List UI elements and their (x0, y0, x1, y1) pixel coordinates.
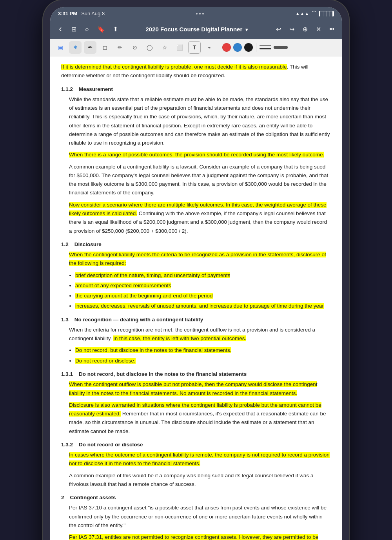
battery-icon: ████ (319, 11, 334, 16)
link-tool-icon[interactable]: ⌁ (203, 41, 216, 54)
ias-highlighted-text: Per IAS 37.31, entities are not permitte… (69, 534, 318, 540)
line-thick-btn[interactable] (274, 46, 288, 49)
toolbar-divider-2 (256, 43, 256, 52)
status-date: Sun Aug 8 (81, 11, 105, 16)
no-recognition-body: When the criteria for recognition are no… (69, 326, 331, 343)
status-bar-center (196, 13, 204, 14)
no-rec-bullet-1: Do not record, but disclose in the notes… (75, 346, 331, 355)
section-1.3.2-number: 1.3.2 (61, 442, 73, 448)
ias-highlighted: Per IAS 37.31, entities are not permitte… (69, 533, 331, 540)
shapes-tool-icon[interactable]: ◯ (143, 41, 156, 54)
signal-icon: ▲▲▲ (295, 11, 309, 16)
section-2-heading: 2 Contingent assets (61, 493, 331, 502)
section-1.3.1-number: 1.3.1 (61, 371, 73, 377)
disclosure-bullet-3-text: the carrying amount at the beginning and… (75, 293, 213, 299)
range-highlighted: When there is a range of possible outcom… (69, 150, 331, 159)
text-tool-icon[interactable]: T (188, 41, 201, 54)
section-1.3.2-title: Do not record or disclose (79, 442, 143, 448)
image-tool-icon[interactable]: ⬜ (173, 41, 186, 54)
status-bar: 3:31 PM Sun Aug 8 ▲▲▲ ⌒ ████ (50, 7, 342, 19)
multiple-outcomes: Now consider a scenario where there are … (69, 201, 331, 236)
disclosure-intro-highlighted: When the contingent liability meets the … (69, 252, 326, 266)
sidebar-toggle-icon[interactable]: ▣ (54, 41, 67, 54)
bluetooth-icon[interactable]: ✱ (69, 41, 82, 54)
section-1.3.1-heading: 1.3.1 Do not record, but disclose in the… (61, 370, 331, 379)
star-tool-icon[interactable]: ☆ (158, 41, 171, 54)
section-2-title: Contingent assets (70, 495, 116, 500)
section-1.2-title: Disclosure (74, 241, 102, 247)
toolbar: ▣ ✱ ✒ ◻ ✏ ⊙ ◯ ☆ ⬜ T ⌁ (50, 39, 342, 56)
section-1.3.2-heading: 1.3.2 Do not record or disclose (61, 440, 331, 449)
color-red-swatch[interactable] (222, 43, 231, 52)
section-1.1.2-title: Measurement (79, 86, 113, 92)
bookmark-icon[interactable]: 🔖 (96, 24, 107, 34)
line-medium-btn[interactable] (260, 48, 271, 49)
status-bar-right: ▲▲▲ ⌒ ████ (295, 10, 334, 17)
disclosure-bullet-4: increases, decreases, reversals of unuse… (75, 302, 331, 310)
intro-highlighted-text: If it is determined that the contingent … (61, 64, 287, 70)
color-blue-swatch[interactable] (233, 43, 242, 52)
pen-tool-icon[interactable]: ✒ (84, 41, 96, 54)
contingent-assets-body: Per IAS 37.10 a contingent asset "is a p… (69, 504, 331, 530)
section-2-number: 2 (61, 495, 64, 500)
dot2 (199, 13, 201, 14)
disclosure-bullet-1-text: brief description of the nature, timing,… (75, 272, 230, 278)
share-icon[interactable]: ⬆ (111, 24, 120, 34)
no-recognition-bullets: Do not record, but disclose in the notes… (75, 346, 331, 365)
dot3 (202, 13, 204, 14)
no-rec-bullet-1-text: Do not record, but disclose in the notes… (75, 347, 231, 353)
no-rec-bullet-2: Do not record or disclose. (75, 357, 331, 365)
disclosure-bullet-1: brief description of the nature, timing,… (75, 271, 331, 280)
toolbar-divider-1 (219, 43, 219, 52)
disclosure-bullet-3: the carrying amount at the beginning and… (75, 292, 331, 300)
status-time: 3:31 PM (58, 11, 77, 16)
undo-icon[interactable]: ↩ (274, 24, 283, 34)
disclosure-intro: When the contingent liability meets the … (69, 250, 331, 268)
back-icon[interactable]: ‹ (56, 22, 65, 36)
no-rec-bullet-2-text: Do not record or disclose. (75, 358, 136, 364)
disclosure-warranted: Disclosure is also warranted in situatio… (69, 401, 331, 436)
frivolous-example: A common example of this would be if a c… (69, 471, 331, 489)
disclosure-bullet-list: brief description of the nature, timing,… (75, 271, 331, 311)
lasso-tool-icon[interactable]: ⊙ (129, 41, 141, 54)
color-black-swatch[interactable] (244, 43, 253, 52)
more-options-icon[interactable]: ••• (327, 24, 336, 34)
section-1.2-number: 1.2 (61, 241, 69, 247)
measurement-body: While the standards state that a reliabl… (69, 95, 331, 148)
section-1.2-heading: 1.2 Disclosure (61, 240, 331, 249)
line-sizes (260, 45, 271, 49)
disclosure-bullet-2-text: amount of any expected reimbursements (75, 283, 171, 288)
section-1.3-number: 1.3 (61, 317, 69, 323)
remote-highlighted-text: In cases where the outcome of a continge… (69, 452, 330, 466)
disclosure-bullet-2: amount of any expected reimbursements (75, 281, 331, 290)
nav-bar: ‹ ⊞ ⌕ 🔖 ⬆ 2020 Focus Course Digital Plan… (50, 19, 342, 39)
status-bar-left: 3:31 PM Sun Aug 8 (58, 11, 105, 16)
intro-paragraph: If it is determined that the contingent … (61, 63, 331, 80)
lawsuit-example: A common example of a contingent liabili… (69, 163, 331, 198)
section-1.3-heading: 1.3 No recognition — dealing with a cont… (61, 315, 331, 324)
wifi-icon: ⌒ (312, 10, 316, 17)
device-screen: 3:31 PM Sun Aug 8 ▲▲▲ ⌒ ████ ‹ ⊞ ⌕ 🔖 ⬆ 2… (50, 7, 342, 540)
nav-title-text: 2020 Focus Course Digital Planner (146, 26, 243, 33)
dot1 (196, 13, 198, 14)
nav-title-chevron: ▾ (245, 27, 248, 33)
section-1.3-title: No recognition — dealing with a continge… (74, 317, 203, 323)
section-1.1.2-heading: 1.1.2 Measurement (61, 85, 331, 94)
disclose-only-text: When the contingent outflow is possible … (69, 381, 317, 396)
line-thin-btn[interactable] (260, 45, 271, 46)
pencil-tool-icon[interactable]: ✏ (114, 41, 126, 54)
nav-title: 2020 Focus Course Digital Planner ▾ (124, 26, 270, 33)
search-icon[interactable]: ⌕ (82, 24, 92, 34)
grid-icon[interactable]: ⊞ (69, 24, 78, 34)
range-highlighted-text: When there is a range of possible outcom… (69, 152, 324, 158)
section-1.1.2-number: 1.1.2 (61, 86, 73, 92)
disclosure-bullet-4-text: increases, decreases, reversals of unuse… (75, 303, 324, 309)
device-frame: 3:31 PM Sun Aug 8 ▲▲▲ ⌒ ████ ‹ ⊞ ⌕ 🔖 ⬆ 2… (43, 0, 349, 540)
disclose-only-highlighted: When the contingent outflow is possible … (69, 380, 331, 398)
redo-icon[interactable]: ↪ (287, 24, 296, 34)
eraser-tool-icon[interactable]: ◻ (99, 41, 111, 54)
remote-highlighted: In cases where the outcome of a continge… (69, 451, 331, 468)
close-icon[interactable]: ✕ (314, 24, 323, 34)
no-recognition-highlighted: In this case, the entity is left with tw… (113, 335, 246, 341)
add-page-icon[interactable]: ⊕ (300, 24, 310, 34)
